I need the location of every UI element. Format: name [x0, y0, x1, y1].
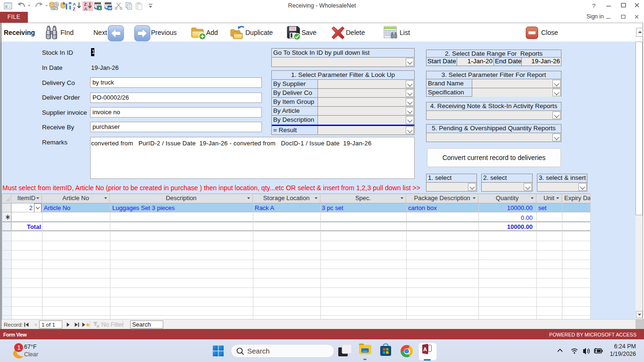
svg-text:A: A — [423, 346, 427, 352]
svg-text:1: 1 — [17, 344, 21, 351]
